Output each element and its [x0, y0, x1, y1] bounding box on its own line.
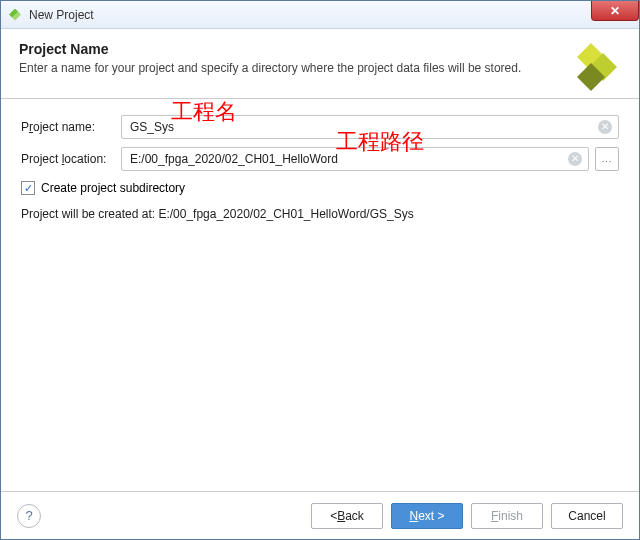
project-location-input[interactable]: ✕: [121, 147, 589, 171]
project-name-label: Project name:: [21, 120, 121, 134]
project-location-row: Project location: ✕ ...: [21, 147, 619, 171]
project-location-label: Project location:: [21, 152, 121, 166]
project-path-summary: Project will be created at: E:/00_fpga_2…: [21, 207, 619, 221]
footer: ? < Back Next > Finish Cancel: [1, 491, 639, 539]
page-title: Project Name: [19, 41, 621, 57]
browse-label: ...: [602, 154, 613, 164]
clear-name-icon[interactable]: ✕: [598, 120, 612, 134]
next-button[interactable]: Next >: [391, 503, 463, 529]
header: Project Name Enter a name for your proje…: [1, 29, 639, 99]
project-name-text[interactable]: [128, 119, 594, 135]
help-icon: ?: [25, 508, 32, 523]
help-button[interactable]: ?: [17, 504, 41, 528]
content: Project name: ✕ Project location: ✕ ... …: [1, 99, 639, 491]
window-controls: ✕: [592, 1, 639, 21]
page-description: Enter a name for your project and specif…: [19, 61, 621, 75]
checkmark-icon: ✓: [24, 182, 33, 195]
project-name-row: Project name: ✕: [21, 115, 619, 139]
back-button[interactable]: < Back: [311, 503, 383, 529]
window-title: New Project: [29, 8, 94, 22]
titlebar: New Project ✕: [1, 1, 639, 29]
project-location-text[interactable]: [128, 151, 564, 167]
clear-location-icon[interactable]: ✕: [568, 152, 582, 166]
cancel-button[interactable]: Cancel: [551, 503, 623, 529]
finish-button: Finish: [471, 503, 543, 529]
app-icon: [7, 7, 23, 23]
browse-button[interactable]: ...: [595, 147, 619, 171]
create-subdir-row[interactable]: ✓ Create project subdirectory: [21, 181, 619, 195]
project-name-input[interactable]: ✕: [121, 115, 619, 139]
close-icon[interactable]: ✕: [591, 1, 639, 21]
vivado-logo-icon: [563, 39, 619, 95]
create-subdir-label: Create project subdirectory: [41, 181, 185, 195]
create-subdir-checkbox[interactable]: ✓: [21, 181, 35, 195]
